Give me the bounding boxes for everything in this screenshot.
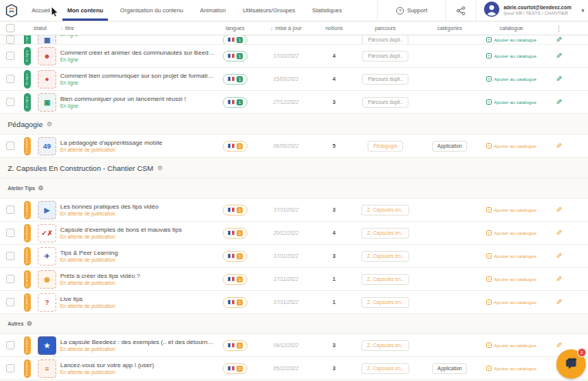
parcours-chip[interactable]: Z. Capsules en.. [361, 274, 408, 285]
nav-item-organisation-du-contenu[interactable]: Organisation du contenu [112, 0, 192, 21]
content-title[interactable]: Les bonnes pratiques des tips vidéo [60, 203, 216, 210]
parcours-chip[interactable]: Pédagogie [368, 141, 402, 152]
content-title[interactable]: Prêts à créer des tips vidéo ? [60, 272, 216, 279]
add-to-catalogue-button[interactable]: + Ajouter au catalogue [486, 299, 536, 305]
edit-pencil-icon[interactable]: ✎ [556, 75, 562, 83]
row-checkbox[interactable] [6, 35, 15, 44]
parcours-chip[interactable]: Parcours dupli.. [362, 74, 408, 85]
content-thumbnail[interactable]: ✓✗ [38, 224, 56, 242]
content-thumbnail[interactable]: ● [38, 70, 56, 89]
nav-item-mon-contenu[interactable]: Mon contenu [59, 0, 112, 21]
content-thumbnail[interactable]: ▦ [38, 35, 56, 45]
category-chip[interactable]: Application [432, 141, 468, 152]
languages-pill[interactable]: 2 [223, 141, 247, 152]
edit-pencil-icon[interactable]: ✎ [556, 142, 562, 150]
content-title[interactable]: Capsule d'exemples de bons et mauvais ti… [60, 226, 216, 233]
languages-pill[interactable]: 1 [223, 205, 247, 216]
row-checkbox[interactable] [6, 298, 15, 306]
add-to-catalogue-button[interactable]: + Ajouter au catalogue [486, 76, 536, 82]
category-chip[interactable]: Application [432, 363, 468, 374]
languages-pill[interactable]: 1 [223, 74, 247, 85]
share-icon[interactable] [445, 0, 475, 21]
content-title[interactable]: Bien communiquer pour un lancement réuss… [60, 95, 216, 102]
edit-pencil-icon[interactable]: ✎ [556, 52, 562, 60]
row-checkbox[interactable] [6, 206, 15, 214]
row-checkbox[interactable] [6, 252, 15, 260]
parcours-chip[interactable]: Parcours dupli.. [362, 35, 408, 45]
row-checkbox[interactable] [6, 341, 15, 349]
edit-pencil-icon[interactable]: ✎ [556, 98, 562, 106]
languages-pill[interactable]: 1 [223, 340, 247, 351]
parcours-chip[interactable]: Z. Capsules en.. [361, 363, 408, 374]
languages-pill[interactable]: 1 [223, 228, 247, 239]
content-title[interactable]: Live tips [60, 296, 216, 302]
add-to-catalogue-button[interactable]: + Ajouter au catalogue [486, 37, 536, 42]
content-thumbnail[interactable]: 49 [38, 137, 56, 155]
content-thumbnail[interactable]: ★ [38, 336, 56, 355]
languages-pill[interactable]: 1 [223, 97, 247, 108]
add-to-catalogue-button[interactable]: + Ajouter au catalogue [486, 343, 536, 348]
content-thumbnail[interactable]: ≡ [38, 359, 56, 378]
column-header-catalogue[interactable]: catalogue [479, 25, 543, 31]
add-to-catalogue-button[interactable]: + Ajouter au catalogue [486, 366, 536, 371]
column-header-parcours[interactable]: parcours [351, 25, 420, 31]
edit-pencil-icon[interactable]: ✎ [556, 206, 562, 214]
row-checkbox[interactable] [6, 364, 15, 373]
edit-pencil-icon[interactable]: ✎ [556, 229, 562, 237]
nav-item-animation[interactable]: Animation [192, 0, 234, 21]
column-header-langues[interactable]: langues [216, 25, 254, 31]
column-header-titre[interactable]: ↓ titre [60, 25, 216, 31]
edit-pencil-icon[interactable]: ✎ [556, 35, 562, 44]
add-to-catalogue-button[interactable]: + Ajouter au catalogue [486, 207, 536, 212]
edit-pencil-icon[interactable]: ✎ [556, 341, 562, 349]
content-thumbnail[interactable]: ▣ [38, 93, 56, 112]
row-checkbox[interactable] [6, 229, 15, 237]
content-thumbnail[interactable]: ☻ [38, 47, 56, 65]
languages-pill[interactable]: 1 [223, 274, 247, 285]
column-header-mise-a-jour[interactable]: ↓ mise à jour [254, 25, 318, 31]
parcours-chip[interactable]: Z. Capsules en.. [361, 340, 408, 351]
content-title[interactable]: Tips & Peer Learning [60, 249, 216, 256]
beedeez-logo[interactable] [0, 0, 23, 21]
content-title[interactable]: La capsule Beedeez : des exemples (.. et… [60, 339, 216, 346]
add-to-catalogue-button[interactable]: + Ajouter au catalogue [486, 253, 536, 259]
add-to-catalogue-button[interactable]: + Ajouter au catalogue [486, 99, 536, 105]
parcours-chip[interactable]: Z. Capsules en.. [361, 205, 408, 216]
content-thumbnail[interactable]: ▶ [38, 201, 56, 219]
nav-item-utilisateurs-groupes[interactable]: Utilisateurs/Groupes [234, 0, 304, 21]
parcours-chip[interactable]: Z. Capsules en.. [361, 297, 408, 308]
gear-icon[interactable]: ⚙ [157, 165, 163, 172]
user-menu[interactable]: adele.courtot@beedeez.com (pour KB / TES… [475, 0, 588, 21]
parcours-chip[interactable]: Parcours dupli.. [362, 51, 408, 62]
column-header-categories[interactable]: catégories [420, 25, 479, 31]
row-checkbox[interactable] [6, 98, 15, 106]
content-title[interactable]: Comment créer et animer des communautés … [60, 49, 216, 56]
languages-pill[interactable]: 1 [223, 251, 247, 262]
add-to-catalogue-button[interactable]: + Ajouter au catalogue [486, 143, 536, 149]
add-to-catalogue-button[interactable]: + Ajouter au catalogue [486, 53, 536, 58]
row-checkbox[interactable] [6, 75, 15, 83]
column-header-notions[interactable]: notions [318, 25, 351, 31]
row-checkbox[interactable] [6, 52, 15, 60]
gear-icon[interactable]: ⚙ [27, 320, 32, 327]
content-title[interactable]: La pédagogie d'apprentissage mobile [60, 139, 216, 146]
edit-pencil-icon[interactable]: ✎ [556, 298, 562, 306]
gear-icon[interactable]: ⚙ [38, 185, 43, 192]
content-title[interactable]: Comment bien communiquer sur son projet … [60, 72, 216, 79]
chat-widget-button[interactable]: 2 [556, 349, 586, 379]
content-thumbnail[interactable]: ✈ [38, 247, 56, 266]
languages-pill[interactable]: 1 [223, 297, 247, 308]
parcours-chip[interactable]: Parcours dupli.. [362, 97, 408, 108]
add-to-catalogue-button[interactable]: + Ajouter au catalogue [486, 276, 536, 282]
languages-pill[interactable]: 1 [223, 51, 247, 62]
edit-pencil-icon[interactable]: ✎ [556, 275, 562, 283]
edit-pencil-icon[interactable]: ✎ [556, 252, 562, 260]
row-checkbox[interactable] [6, 275, 15, 283]
content-thumbnail[interactable]: ? [38, 293, 56, 312]
nav-item-statistiques[interactable]: Statistiques [304, 0, 351, 21]
parcours-chip[interactable]: Z. Capsules en.. [361, 251, 408, 262]
select-all-checkbox[interactable] [6, 24, 15, 32]
languages-pill[interactable]: 2 [223, 363, 247, 374]
content-title[interactable]: Lancez-vous sur votre app ! (user) [60, 362, 216, 369]
gear-icon[interactable]: ⚙ [46, 121, 52, 128]
